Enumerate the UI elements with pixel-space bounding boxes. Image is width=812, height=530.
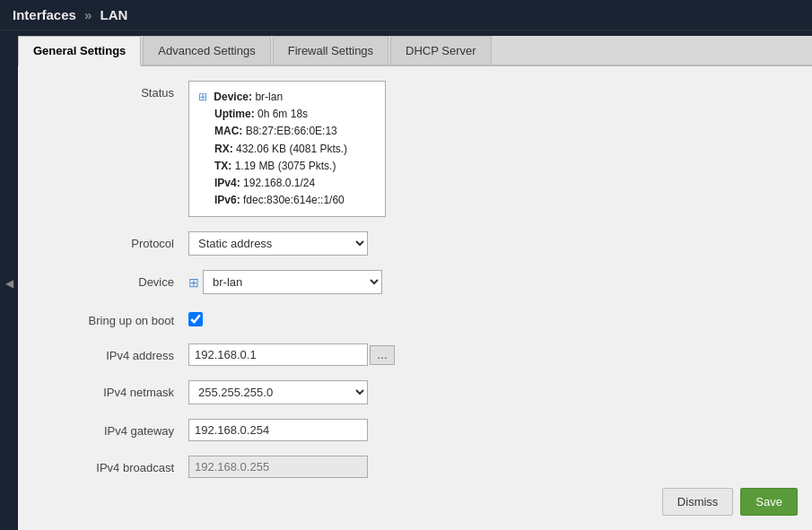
status-box: ⊞ Device: br-lan Uptime: 0h 6m 18s MAC: <box>188 81 386 217</box>
dismiss-button[interactable]: Dismiss <box>662 488 734 516</box>
footer-buttons: Dismiss Save <box>662 488 798 516</box>
ipv4-address-more-button[interactable]: … <box>370 345 395 365</box>
ipv4-netmask-label: IPv4 netmask <box>36 380 188 399</box>
status-control: ⊞ Device: br-lan Uptime: 0h 6m 18s MAC: <box>188 81 794 217</box>
ipv4-broadcast-input[interactable] <box>188 456 368 478</box>
breadcrumb-separator: » <box>84 7 92 22</box>
breadcrumb-interfaces[interactable]: Interfaces <box>13 7 76 22</box>
protocol-control: Static addressDHCP clientUnmanaged <box>188 231 794 256</box>
ipv4-address-input[interactable] <box>188 343 368 366</box>
tab-dhcp-server[interactable]: DHCP Server <box>390 36 492 65</box>
tab-general-settings[interactable]: General Settings <box>18 36 141 66</box>
bring-up-row: Bring up on boot <box>36 308 794 329</box>
protocol-label: Protocol <box>36 231 188 250</box>
status-rx-line: RX: 432.06 KB (4081 Pkts.) <box>198 141 376 158</box>
status-label: Status <box>36 81 188 100</box>
tab-firewall-settings[interactable]: Firewall Settings <box>273 36 389 65</box>
tabs-bar: General Settings Advanced Settings Firew… <box>18 36 812 66</box>
sidebar-indicator: ◀ <box>0 36 18 530</box>
save-button[interactable]: Save <box>740 488 798 516</box>
ipv4-broadcast-row: IPv4 broadcast <box>36 456 794 478</box>
ipv4-address-input-group: … <box>188 343 794 366</box>
content-area: General Settings Advanced Settings Firew… <box>18 36 812 530</box>
ipv4-netmask-row: IPv4 netmask 255.255.255.0255.255.0.0255… <box>36 380 794 404</box>
bring-up-label: Bring up on boot <box>36 308 188 327</box>
protocol-select[interactable]: Static addressDHCP clientUnmanaged <box>188 231 368 256</box>
page-header: Interfaces » LAN <box>0 0 812 30</box>
ipv4-netmask-control: 255.255.255.0255.255.0.0255.0.0.0 <box>188 380 794 404</box>
bring-up-checkbox[interactable] <box>188 312 203 326</box>
status-device-line: ⊞ Device: br-lan <box>198 89 376 106</box>
device-select-wrapper: ⊞ br-lan <box>188 270 794 294</box>
status-uptime-line: Uptime: 0h 6m 18s <box>198 106 376 123</box>
ipv4-gateway-input[interactable] <box>188 419 368 441</box>
tab-advanced-settings[interactable]: Advanced Settings <box>143 36 270 65</box>
breadcrumb-lan: LAN <box>100 7 128 22</box>
form-area: Status ⊞ Device: br-lan Uptime: 0h 6m 18… <box>18 66 812 507</box>
status-mac-line: MAC: B8:27:EB:66:0E:13 <box>198 123 376 140</box>
ipv4-address-control: … <box>188 343 794 366</box>
ipv4-broadcast-control <box>188 456 794 478</box>
network-icon: ⊞ <box>198 89 207 106</box>
status-ipv6-line: IPv6: fdec:830e:614e::1/60 <box>198 192 376 209</box>
status-ipv4-line: IPv4: 192.168.0.1/24 <box>198 175 376 192</box>
arrow-icon: ◀ <box>5 277 13 290</box>
device-select[interactable]: br-lan <box>203 270 382 294</box>
ipv4-address-label: IPv4 address <box>36 343 188 362</box>
ipv4-address-row: IPv4 address … <box>36 343 794 366</box>
status-row: Status ⊞ Device: br-lan Uptime: 0h 6m 18… <box>36 81 794 217</box>
protocol-row: Protocol Static addressDHCP clientUnmana… <box>36 231 794 256</box>
device-label: Device <box>36 270 188 289</box>
ipv4-gateway-label: IPv4 gateway <box>36 419 188 438</box>
ipv4-gateway-row: IPv4 gateway <box>36 419 794 441</box>
ipv4-gateway-control <box>188 419 794 441</box>
device-control: ⊞ br-lan <box>188 270 794 294</box>
device-network-icon: ⊞ <box>188 275 199 290</box>
ipv4-broadcast-label: IPv4 broadcast <box>36 456 188 474</box>
bring-up-control <box>188 308 794 329</box>
device-row: Device ⊞ br-lan <box>36 270 794 294</box>
ipv4-netmask-select[interactable]: 255.255.255.0255.255.0.0255.0.0.0 <box>188 380 368 404</box>
status-tx-line: TX: 1.19 MB (3075 Pkts.) <box>198 158 376 175</box>
